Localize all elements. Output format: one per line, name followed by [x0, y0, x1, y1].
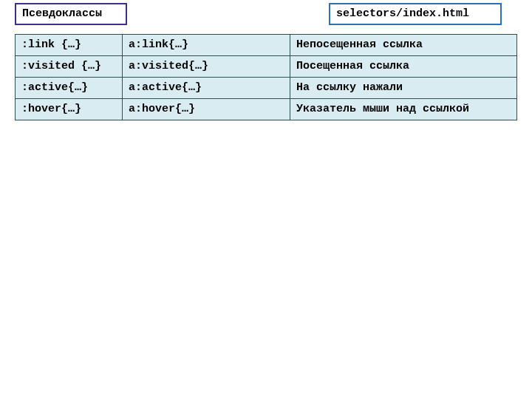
cell-description: На ссылку нажали	[290, 78, 517, 99]
cell-example: a:link{…}	[123, 35, 290, 56]
cell-selector: :active{…}	[16, 78, 123, 99]
pseudoclass-table-wrap: :link {…} a:link{…} Непосещенная ссылка …	[15, 34, 517, 120]
cell-description: Посещенная ссылка	[290, 56, 517, 78]
table-row: :visited {…} a:visited{…} Посещенная ссы…	[16, 56, 517, 78]
cell-selector: :link {…}	[16, 35, 123, 56]
file-path-label: selectors/index.html	[329, 3, 502, 25]
cell-example: a:visited{…}	[123, 56, 290, 78]
cell-description: Указатель мыши над ссылкой	[290, 99, 517, 120]
table-row: :hover{…} a:hover{…} Указатель мыши над …	[16, 99, 517, 120]
cell-description: Непосещенная ссылка	[290, 35, 517, 56]
slide-title: Псевдоклассы	[15, 3, 127, 25]
cell-example: a:hover{…}	[123, 99, 290, 120]
table-row: :active{…} a:active{…} На ссылку нажали	[16, 78, 517, 99]
table-row: :link {…} a:link{…} Непосещенная ссылка	[16, 35, 517, 56]
cell-selector: :visited {…}	[16, 56, 123, 78]
cell-example: a:active{…}	[123, 78, 290, 99]
pseudoclass-table: :link {…} a:link{…} Непосещенная ссылка …	[15, 34, 517, 120]
cell-selector: :hover{…}	[16, 99, 123, 120]
